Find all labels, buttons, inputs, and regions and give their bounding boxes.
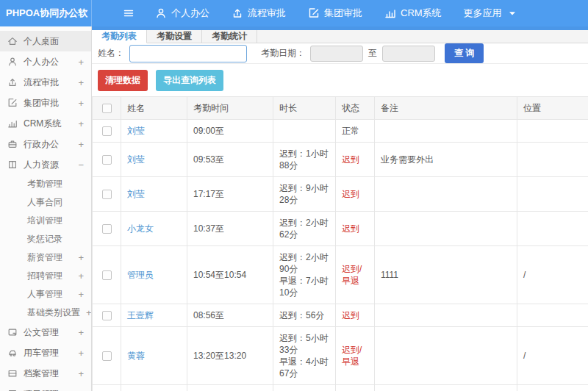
employee-name-link[interactable]: 刘莹 <box>127 154 145 165</box>
column-header-姓名: 姓名 <box>121 97 187 120</box>
row-checkbox[interactable] <box>102 190 112 199</box>
employee-name-link[interactable]: 小龙女 <box>127 223 154 234</box>
sidebar-item-label: 个人办公 <box>24 56 59 68</box>
row-checkbox[interactable] <box>102 155 112 165</box>
sidebar-item-档案管理[interactable]: 档案管理+ <box>0 363 91 384</box>
cell-note <box>375 177 517 212</box>
sidebar-item-人事管理[interactable]: 人事管理+ <box>0 285 91 304</box>
caret-down-icon <box>506 7 518 19</box>
duration-line: 迟到：1小时88分 <box>279 148 329 171</box>
employee-name-link[interactable]: 刘莹 <box>127 189 145 199</box>
sidebar-item-奖惩记录[interactable]: 奖惩记录 <box>0 230 91 248</box>
employee-name-link[interactable]: 管理员 <box>127 270 154 280</box>
query-button[interactable]: 查 询 <box>445 43 484 63</box>
sidebar-item-基础类别设置[interactable]: 基础类别设置+ <box>0 304 91 322</box>
sidebar-item-项目管理[interactable]: 项目管理+ <box>0 384 91 391</box>
column-header-位置: 位置 <box>517 97 588 120</box>
sidebar-item-label: 招聘管理 <box>27 270 62 282</box>
cell-time: 09:53至 <box>187 143 273 177</box>
date-to-input[interactable] <box>382 46 435 62</box>
sidebar-item-招聘管理[interactable]: 招聘管理+ <box>0 267 91 285</box>
row-checkbox[interactable] <box>102 351 112 361</box>
cell-duration: 迟到：2小时03分 <box>273 385 336 391</box>
user-icon <box>155 7 167 19</box>
sidebar-item-用车管理[interactable]: 用车管理+ <box>0 342 91 363</box>
cell-time: 09:00至 <box>187 120 273 143</box>
sidebar-item-CRM系统[interactable]: CRM系统+ <box>0 113 91 134</box>
sidebar-item-流程审批[interactable]: 流程审批+ <box>0 72 91 93</box>
sidebar-item-集团审批[interactable]: 集团审批+ <box>0 93 91 113</box>
nav-item-label: 流程审批 <box>248 7 286 20</box>
cell-note <box>375 120 517 143</box>
cell-duration: 迟到：56分 <box>273 304 336 327</box>
expand-plus-icon: + <box>78 289 84 300</box>
cell-time: 10:54至10:54 <box>187 246 273 304</box>
cell-note <box>375 304 517 327</box>
expand-plus-icon: + <box>86 307 92 318</box>
cell-status: 迟到 <box>336 143 375 177</box>
home-icon <box>7 36 18 46</box>
sidebar-item-培训管理[interactable]: 培训管理 <box>0 212 91 230</box>
sidebar-item-label: 奖惩记录 <box>27 233 62 245</box>
archive-icon <box>7 368 18 379</box>
sidebar-item-label: 考勤管理 <box>27 178 62 190</box>
sidebar-item-label: 集团审批 <box>24 97 59 110</box>
sidebar-item-人事合同[interactable]: 人事合同 <box>0 193 91 212</box>
filter-form: 姓名： 考勤日期： 至 查 询 <box>92 43 588 64</box>
sidebar-item-薪资管理[interactable]: 薪资管理+ <box>0 248 91 267</box>
sidebar-item-人力资源[interactable]: 人力资源− <box>0 154 91 175</box>
sidebar-item-label: 公文管理 <box>24 326 59 339</box>
collapse-minus-icon: − <box>78 159 84 171</box>
menu-icon[interactable] <box>123 7 135 19</box>
action-buttons: 清理数据 导出查询列表 <box>92 64 588 96</box>
sidebar-item-个人办公[interactable]: 个人办公+ <box>0 51 91 72</box>
row-checkbox[interactable] <box>102 224 112 234</box>
nav-item-label: 集团审批 <box>324 7 362 20</box>
date-from-input[interactable] <box>310 46 363 62</box>
export-list-button[interactable]: 导出查询列表 <box>156 70 223 91</box>
employee-name-link[interactable]: 刘莹 <box>127 126 145 136</box>
cell-status: 迟到 <box>336 385 375 391</box>
tab-考勤列表[interactable]: 考勤列表 <box>92 30 147 43</box>
sidebar-item-行政办公[interactable]: 行政办公+ <box>0 134 91 154</box>
row-checkbox[interactable] <box>102 270 112 280</box>
nav-item-4[interactable]: CRM系统 <box>384 7 442 20</box>
column-header-状态: 状态 <box>336 97 375 120</box>
sidebar-item-个人桌面[interactable]: 个人桌面 <box>0 31 91 51</box>
duration-line: 早退：4小时67分 <box>279 356 329 379</box>
clean-data-button[interactable]: 清理数据 <box>98 70 148 91</box>
doc-icon <box>7 327 18 337</box>
employee-name-link[interactable]: 王壹辉 <box>127 310 154 320</box>
employee-name-link[interactable]: 黄蓉 <box>127 351 145 361</box>
name-input[interactable] <box>129 45 247 62</box>
expand-plus-icon: + <box>78 270 84 281</box>
table-row: 王壹辉08:56至迟到：56分迟到 <box>93 304 588 327</box>
cell-status: 正常 <box>336 120 375 143</box>
nav-item-1[interactable]: 个人办公 <box>155 7 209 20</box>
sidebar-item-label: 培训管理 <box>27 215 62 227</box>
row-checkbox[interactable] <box>102 311 112 320</box>
expand-plus-icon: + <box>78 252 84 263</box>
row-checkbox-cell <box>93 246 121 304</box>
sidebar-item-公文管理[interactable]: 公文管理+ <box>0 322 91 342</box>
nav-item-3[interactable]: 集团审批 <box>308 7 362 20</box>
row-checkbox[interactable] <box>102 126 112 136</box>
chart-icon <box>384 7 396 19</box>
select-all-checkbox[interactable] <box>102 104 112 113</box>
sidebar-item-label: CRM系统 <box>24 118 61 130</box>
nav-item-2[interactable]: 流程审批 <box>232 7 286 20</box>
nav-item-5[interactable]: 更多应用 <box>464 7 518 20</box>
tab-考勤统计[interactable]: 考勤统计 <box>202 30 257 43</box>
tab-考勤设置[interactable]: 考勤设置 <box>147 30 202 43</box>
select-all-cell <box>93 97 121 120</box>
column-header-考勤时间: 考勤时间 <box>187 97 273 120</box>
sidebar-item-考勤管理[interactable]: 考勤管理 <box>0 175 91 193</box>
nav-item-label: 更多应用 <box>464 7 502 20</box>
cell-duration <box>273 120 336 143</box>
sidebar-item-label: 流程审批 <box>24 76 59 89</box>
chart-icon <box>7 118 18 129</box>
nav-item-label: CRM系统 <box>401 7 442 20</box>
duration-line: 迟到：56分 <box>279 309 329 321</box>
status-badge: 迟到/早退 <box>342 345 362 367</box>
duration-line: 迟到：5小时33分 <box>279 332 329 356</box>
